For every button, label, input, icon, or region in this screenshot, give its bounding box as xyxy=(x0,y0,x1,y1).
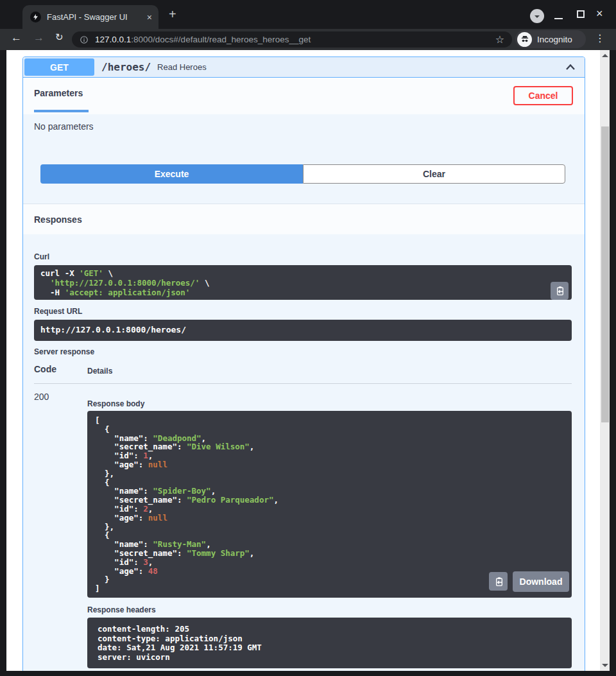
scrollbar-down-icon[interactable] xyxy=(602,664,608,667)
response-headers-label: Response headers xyxy=(87,605,156,614)
server-response-label: Server response xyxy=(34,347,94,356)
page-scrollbar[interactable] xyxy=(600,50,610,671)
fastapi-favicon-icon xyxy=(30,12,41,22)
response-body-block: [ { "name": "Deadpond", "secret_name": "… xyxy=(87,411,572,598)
endpoint-summary: Read Heroes xyxy=(157,62,207,72)
url-path: :8000/docs#/default/read_heroes_heroes__… xyxy=(131,35,311,44)
curl-command-block: curl -X 'GET' \ 'http://127.0.0.1:8000/h… xyxy=(34,265,572,300)
reload-icon[interactable]: ↻ xyxy=(55,31,64,43)
opblock-get-heroes: GET /heroes/ Read Heroes Parameters Canc… xyxy=(22,56,585,671)
copy-curl-button[interactable] xyxy=(551,282,569,300)
incognito-badge: Incognito xyxy=(515,30,586,48)
method-badge: GET xyxy=(24,58,94,76)
tab-close-icon[interactable]: × xyxy=(147,13,152,22)
request-url-block: http://127.0.0.1:8000/heroes/ xyxy=(34,320,572,341)
execute-row: Execute Clear xyxy=(40,164,565,184)
bookmark-star-icon[interactable]: ☆ xyxy=(495,33,504,46)
scrollbar-thumb[interactable] xyxy=(601,126,609,422)
responses-title: Responses xyxy=(34,214,82,225)
tab-search-icon[interactable] xyxy=(530,9,544,23)
url-host: 127.0.0.1 xyxy=(95,35,131,44)
request-url-label: Request URL xyxy=(34,307,82,316)
response-body-label: Response body xyxy=(87,399,144,408)
incognito-icon xyxy=(517,32,532,47)
back-icon[interactable]: ← xyxy=(11,31,22,44)
response-table-divider xyxy=(34,383,572,384)
responses-body: Curl curl -X 'GET' \ 'http://127.0.0.1:8… xyxy=(23,234,585,671)
scrollbar-up-icon[interactable] xyxy=(602,54,608,57)
parameters-tab-underline xyxy=(34,110,89,112)
responses-section-header: Responses xyxy=(23,204,585,234)
browser-titlebar: FastAPI - Swagger UI × + × xyxy=(0,0,616,29)
collapse-chevron-icon[interactable] xyxy=(564,61,577,76)
copy-response-button[interactable] xyxy=(489,572,508,591)
forward-icon[interactable]: → xyxy=(33,31,44,44)
curl-label: Curl xyxy=(34,252,49,261)
cancel-button[interactable]: Cancel xyxy=(513,86,573,105)
new-tab-button[interactable]: + xyxy=(169,7,176,22)
status-code: 200 xyxy=(34,392,49,402)
response-headers-block: content-length: 205content-type: applica… xyxy=(87,618,572,668)
browser-toolbar: ← → ↻ 127.0.0.1:8000/docs#/default/read_… xyxy=(0,29,616,50)
download-button[interactable]: Download xyxy=(513,571,569,592)
details-column-header: Details xyxy=(87,367,112,376)
window-minimize-button[interactable] xyxy=(554,18,563,19)
page-viewport: GET /heroes/ Read Heroes Parameters Canc… xyxy=(6,50,600,671)
incognito-label: Incognito xyxy=(537,35,572,44)
url-text[interactable]: 127.0.0.1:8000/docs#/default/read_heroes… xyxy=(95,35,489,44)
opblock-summary[interactable]: GET /heroes/ Read Heroes xyxy=(23,57,585,78)
parameters-body: No parameters Execute Clear xyxy=(23,114,585,204)
address-bar[interactable]: 127.0.0.1:8000/docs#/default/read_heroes… xyxy=(72,31,512,48)
window-close-button[interactable]: × xyxy=(596,7,603,21)
code-column-header: Code xyxy=(34,364,56,374)
endpoint-path: /heroes/ xyxy=(101,61,151,73)
no-parameters-text: No parameters xyxy=(34,121,94,132)
parameters-section-header: Parameters Cancel xyxy=(23,78,585,114)
browser-tab[interactable]: FastAPI - Swagger UI × xyxy=(22,5,158,29)
window-maximize-button[interactable] xyxy=(577,10,585,18)
parameters-title: Parameters xyxy=(34,88,83,98)
execute-button[interactable]: Execute xyxy=(40,164,303,184)
browser-menu-icon[interactable]: ⋮ xyxy=(595,32,605,44)
tab-title: FastAPI - Swagger UI xyxy=(47,12,141,22)
site-info-icon[interactable] xyxy=(80,35,89,44)
clear-button[interactable]: Clear xyxy=(303,164,565,184)
